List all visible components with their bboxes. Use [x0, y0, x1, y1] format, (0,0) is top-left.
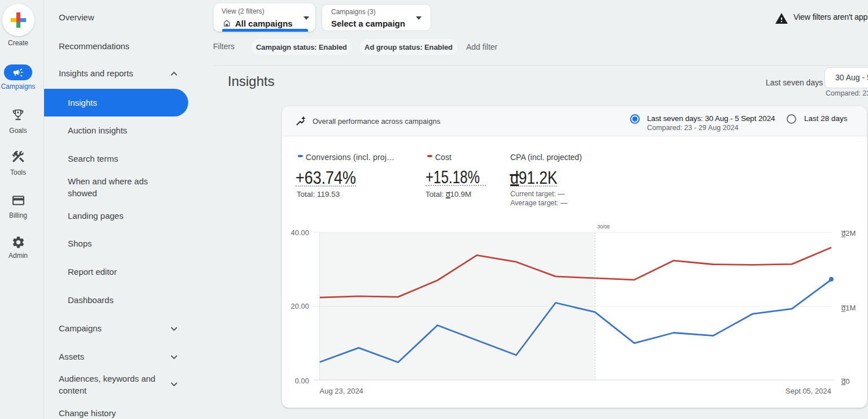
svg-text:Aug 23, 2024: Aug 23, 2024 [320, 387, 363, 395]
svg-text:0.00: 0.00 [295, 377, 309, 385]
svg-text:d1M: d1M [841, 304, 856, 312]
svg-text:Sept 05, 2024: Sept 05, 2024 [785, 387, 831, 395]
svg-text:30/08: 30/08 [597, 224, 610, 230]
svg-text:20.00: 20.00 [290, 302, 309, 310]
svg-text:d2M: d2M [841, 229, 856, 237]
svg-text:d0: d0 [841, 377, 849, 386]
svg-text:40.00: 40.00 [290, 228, 309, 237]
